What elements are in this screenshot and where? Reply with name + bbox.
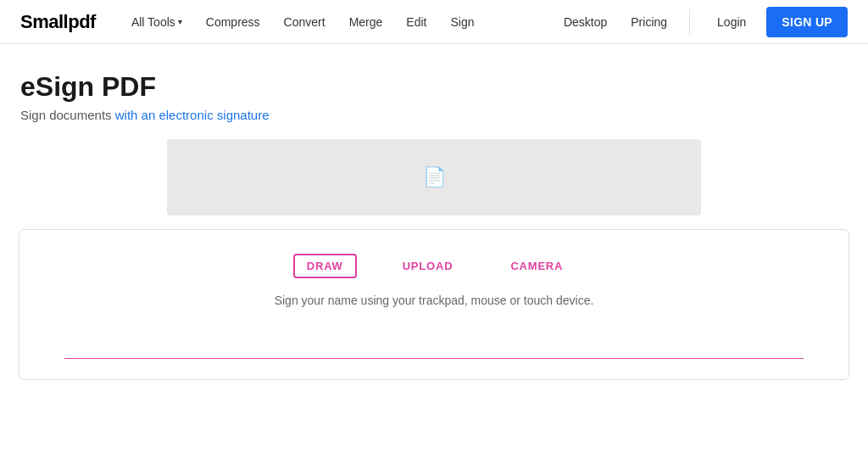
tab-draw[interactable]: DRAW [293,254,357,278]
signup-button[interactable]: SIGN UP [766,7,848,37]
nav-item-convert[interactable]: Convert [272,0,337,44]
nav-item-compress[interactable]: Compress [194,0,272,44]
nav-right: Desktop Pricing Login SIGN UP [555,7,848,37]
subtitle-text: Sign documents [20,108,115,122]
login-button[interactable]: Login [704,7,760,37]
nav-item-sign[interactable]: Sign [438,0,486,44]
nav-pricing[interactable]: Pricing [622,15,676,29]
main-content: eSign PDF Sign documents with an electro… [0,44,868,122]
page-title: eSign PDF [20,71,848,103]
header: Smallpdf All Tools Compress Convert Merg… [0,0,868,44]
nav-item-merge[interactable]: Merge [337,0,395,44]
page-subtitle: Sign documents with an electronic signat… [20,108,848,122]
signature-hint: Sign your name using your trackpad, mous… [36,294,832,307]
upload-file-icon: 📄 [423,166,446,188]
tab-camera[interactable]: CAMERA [498,254,575,278]
signature-panel: DRAW UPLOAD CAMERA Sign your name using … [19,229,849,380]
main-nav: All Tools Compress Convert Merge Edit Si… [120,0,555,44]
signature-tabs: DRAW UPLOAD CAMERA [36,254,832,278]
nav-desktop[interactable]: Desktop [555,15,615,29]
nav-item-edit[interactable]: Edit [394,0,438,44]
subtitle-highlighted: with an electronic signature [115,108,270,122]
upload-area[interactable]: 📄 [167,139,701,216]
logo[interactable]: Smallpdf [20,11,96,33]
nav-item-all-tools[interactable]: All Tools [120,0,194,44]
signature-line [64,358,804,359]
tab-upload[interactable]: UPLOAD [391,254,465,278]
nav-divider [689,9,690,35]
